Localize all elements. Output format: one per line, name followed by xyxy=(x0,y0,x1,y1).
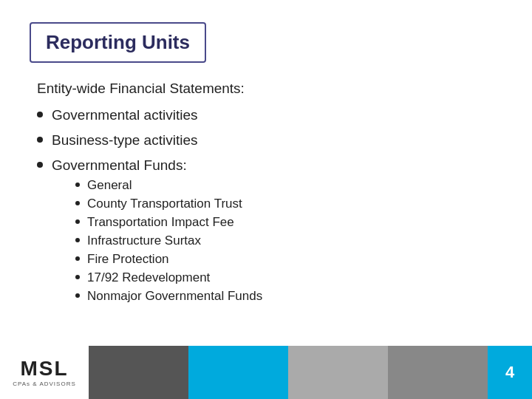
sub-bullet-infrastructure-surtax: Infrastructure Surtax xyxy=(75,233,262,248)
sub-dot-6 xyxy=(75,275,80,279)
bullet-governmental-activities: Governmental activities xyxy=(37,107,502,123)
sub-bullet-nonmajor-text: Nonmajor Governmental Funds xyxy=(87,289,262,304)
sub-bullet-general-text: General xyxy=(87,178,132,193)
bullet-governmental-funds: Governmental Funds: General County Trans… xyxy=(37,157,502,307)
sub-dot-3 xyxy=(75,219,80,224)
entity-wide-label: Entity-wide Financial Statements: xyxy=(37,81,502,97)
bullet-dot-3 xyxy=(37,162,43,168)
content-area: Entity-wide Financial Statements: Govern… xyxy=(30,81,502,307)
slide: Reporting Units Entity-wide Financial St… xyxy=(0,0,532,399)
bullet-dot-1 xyxy=(37,112,43,117)
slide-title: Reporting Units xyxy=(46,31,190,53)
bullet-business-type-text: Business-type activities xyxy=(52,132,197,149)
sub-dot-2 xyxy=(75,201,80,205)
bullet-governmental-funds-text: Governmental Funds: xyxy=(52,157,187,173)
bullet-dot-2 xyxy=(37,137,43,143)
page-number-block: 4 xyxy=(488,346,532,399)
color-block-dark-gray xyxy=(89,346,188,399)
sub-dot-4 xyxy=(75,238,80,242)
sub-bullet-redevelopment-text: 17/92 Redevelopment xyxy=(87,270,210,285)
sub-dot-1 xyxy=(75,183,80,187)
sub-bullets-list: General County Transportation Trust Tran… xyxy=(75,178,262,304)
color-block-blue xyxy=(188,346,288,399)
sub-bullet-fire-protection: Fire Protection xyxy=(75,252,262,267)
bullet-business-type: Business-type activities xyxy=(37,132,502,149)
bullet-governmental-activities-text: Governmental activities xyxy=(52,107,197,123)
color-block-light-gray xyxy=(288,346,388,399)
sub-bullet-county-transportation: County Transportation Trust xyxy=(75,197,262,211)
sub-bullet-infrastructure-surtax-text: Infrastructure Surtax xyxy=(87,233,201,248)
logo-section: MSL CPAs & ADVISORS xyxy=(0,346,89,399)
sub-bullet-redevelopment: 17/92 Redevelopment xyxy=(75,270,262,285)
sub-bullet-transportation-impact: Transportation Impact Fee xyxy=(75,215,262,230)
logo-msl: MSL xyxy=(20,358,68,379)
logo-subtitle: CPAs & ADVISORS xyxy=(13,381,76,387)
bottom-bar: MSL CPAs & ADVISORS 4 xyxy=(0,346,532,399)
sub-bullet-general: General xyxy=(75,178,262,193)
sub-bullet-transportation-impact-text: Transportation Impact Fee xyxy=(87,215,234,230)
page-number: 4 xyxy=(505,363,514,382)
sub-dot-5 xyxy=(75,256,80,261)
sub-bullet-nonmajor: Nonmajor Governmental Funds xyxy=(75,289,262,304)
color-block-medium-gray xyxy=(388,346,488,399)
sub-bullet-fire-protection-text: Fire Protection xyxy=(87,252,169,267)
title-box: Reporting Units xyxy=(30,22,206,63)
sub-dot-7 xyxy=(75,293,80,298)
sub-bullet-county-transportation-text: County Transportation Trust xyxy=(87,197,242,211)
